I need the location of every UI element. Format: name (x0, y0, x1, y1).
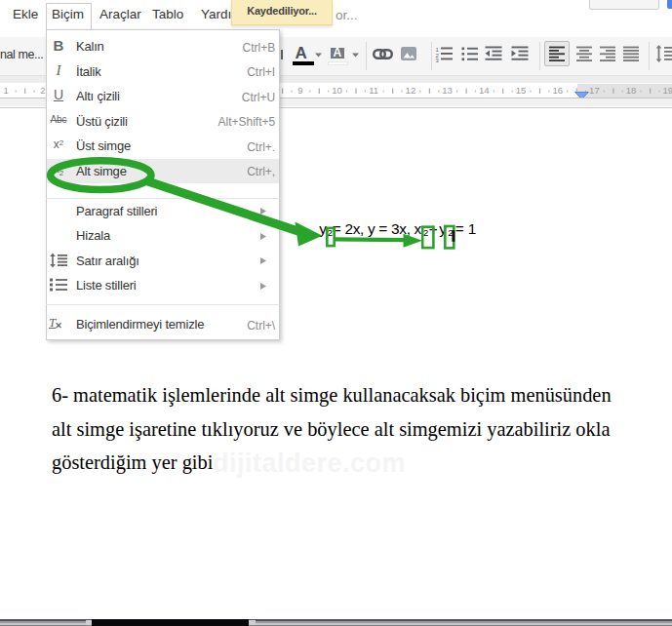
svg-text:9: 9 (297, 85, 302, 96)
svg-text:1: 1 (4, 85, 9, 96)
svg-text:15: 15 (516, 85, 527, 96)
svg-text:13: 13 (442, 85, 453, 96)
svg-text:12: 12 (406, 85, 416, 96)
svg-text:16: 16 (552, 85, 563, 96)
svg-text:2: 2 (40, 85, 45, 96)
svg-text:14: 14 (479, 85, 490, 96)
svg-text:11: 11 (369, 85, 378, 96)
svg-text:10: 10 (332, 85, 342, 96)
svg-text:17: 17 (589, 85, 600, 96)
svg-text:18: 18 (626, 85, 637, 96)
svg-text:19: 19 (663, 85, 672, 96)
